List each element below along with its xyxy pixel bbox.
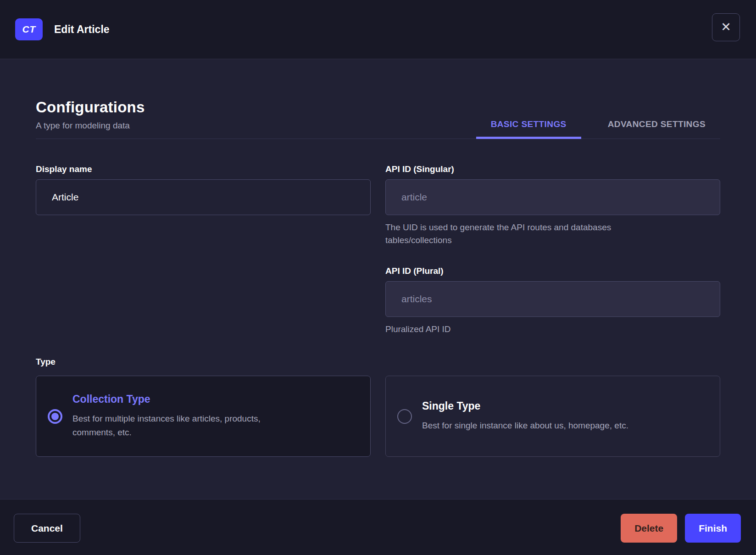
display-name-input[interactable] (36, 179, 371, 215)
radio-selected-icon[interactable] (48, 409, 62, 424)
content-type-badge-label: CT (22, 24, 36, 35)
display-name-label: Display name (36, 164, 371, 174)
api-id-plural-input[interactable] (385, 281, 720, 317)
collection-type-title: Collection Type (72, 393, 286, 405)
settings-tabs: BASIC SETTINGS ADVANCED SETTINGS (476, 119, 720, 139)
modal-footer: Cancel Delete Finish (0, 499, 756, 555)
configuration-form: Display name API ID (Singular) The UID i… (36, 164, 720, 336)
collection-type-text: Collection Type Best for multiple instan… (72, 393, 286, 439)
api-id-singular-field: API ID (Singular) The UID is used to gen… (385, 164, 720, 247)
page-subtitle: A type for modeling data (36, 121, 145, 131)
single-type-option[interactable]: Single Type Best for single instance lik… (385, 376, 720, 457)
radio-unselected-icon[interactable] (397, 409, 412, 424)
footer-actions: Delete Finish (621, 514, 741, 543)
finish-button[interactable]: Finish (685, 514, 741, 543)
type-options: Collection Type Best for multiple instan… (36, 376, 720, 457)
modal-title: Edit Article (54, 23, 110, 36)
cancel-button[interactable]: Cancel (14, 514, 80, 543)
modal-body: Configurations A type for modeling data … (0, 59, 756, 499)
api-id-singular-input[interactable] (385, 179, 720, 215)
close-button[interactable]: ✕ (712, 13, 740, 41)
display-name-field: Display name (36, 164, 371, 215)
api-id-plural-field: API ID (Plural) Pluralized API ID (385, 266, 720, 336)
api-id-singular-help: The UID is used to generate the API rout… (385, 221, 642, 247)
api-id-plural-label: API ID (Plural) (385, 266, 720, 276)
type-section: Type Collection Type Best for multiple i… (36, 357, 720, 457)
heading-row: Configurations A type for modeling data … (36, 99, 720, 139)
page-title: Configurations (36, 99, 145, 116)
left-column: Display name (36, 164, 371, 336)
delete-button[interactable]: Delete (621, 514, 677, 543)
heading-block: Configurations A type for modeling data (36, 99, 145, 139)
type-label: Type (36, 357, 720, 367)
single-type-description: Best for single instance like about us, … (422, 419, 628, 433)
tab-basic-settings[interactable]: BASIC SETTINGS (476, 119, 581, 139)
content-type-badge: CT (15, 18, 43, 40)
close-icon: ✕ (721, 21, 731, 33)
right-column: API ID (Singular) The UID is used to gen… (385, 164, 720, 336)
collection-type-description: Best for multiple instances like article… (72, 412, 286, 439)
collection-type-option[interactable]: Collection Type Best for multiple instan… (36, 376, 371, 457)
api-id-singular-label: API ID (Singular) (385, 164, 720, 174)
single-type-title: Single Type (422, 400, 628, 412)
modal-header: CT Edit Article ✕ (0, 0, 756, 59)
single-type-text: Single Type Best for single instance lik… (422, 400, 628, 433)
api-id-plural-help: Pluralized API ID (385, 323, 642, 336)
tab-advanced-settings[interactable]: ADVANCED SETTINGS (593, 119, 720, 139)
